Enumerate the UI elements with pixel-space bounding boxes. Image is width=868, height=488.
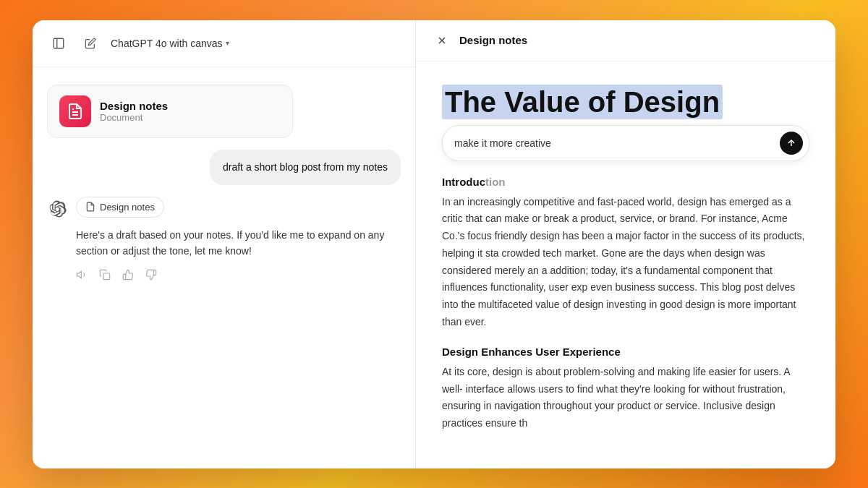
- intro-label: Introduction: [442, 176, 809, 188]
- body-paragraph-2: At its core, design is about problem-sol…: [442, 364, 809, 432]
- inline-send-button[interactable]: [780, 132, 803, 155]
- doc-info: Design notes Document: [100, 100, 168, 123]
- doc-subtitle: Document: [100, 112, 168, 123]
- copy-icon[interactable]: [99, 269, 111, 283]
- canvas-title: Design notes: [459, 34, 527, 46]
- inline-edit-input[interactable]: [454, 137, 773, 149]
- left-header: ChatGPT 4o with canvas ▾: [33, 20, 415, 67]
- inline-input-bar: [442, 125, 809, 161]
- design-notes-card[interactable]: Design notes Document: [47, 85, 293, 138]
- document-icon: [67, 103, 84, 120]
- volume-icon[interactable]: [76, 269, 88, 283]
- assistant-response: Design notes Here's a draft based on you…: [47, 197, 401, 284]
- body-paragraph-1: In an increasingly competitive and fast-…: [442, 194, 809, 331]
- right-header: Design notes: [416, 20, 835, 61]
- chevron-down-icon: ▾: [226, 39, 229, 47]
- svg-marker-4: [77, 272, 81, 278]
- left-panel: ChatGPT 4o with canvas ▾ Design note: [33, 20, 416, 468]
- chat-content: Design notes Document draft a short blog…: [33, 67, 415, 468]
- user-message: draft a short blog post from my notes: [210, 150, 401, 185]
- thumbs-up-icon[interactable]: [122, 269, 134, 283]
- svg-rect-5: [103, 273, 110, 280]
- doc-icon-wrapper: [59, 95, 91, 127]
- action-icons: [47, 269, 401, 283]
- app-title[interactable]: ChatGPT 4o with canvas ▾: [111, 38, 229, 49]
- right-panel: Design notes The Value of Design Introdu: [416, 20, 835, 468]
- sidebar-toggle-button[interactable]: [47, 32, 70, 55]
- gpt-icon: [47, 198, 69, 220]
- canvas-content: The Value of Design Introduction In an i…: [416, 61, 835, 468]
- openai-icon: [49, 200, 67, 218]
- app-window: ChatGPT 4o with canvas ▾ Design note: [33, 20, 835, 468]
- doc-ref-pill[interactable]: Design notes: [76, 197, 164, 218]
- section-heading: Design Enhances User Experience: [442, 346, 809, 358]
- doc-title: Design notes: [100, 100, 168, 112]
- doc-ref-icon: [85, 202, 95, 212]
- assistant-row: Design notes: [47, 197, 401, 220]
- close-button[interactable]: [433, 32, 451, 49]
- edit-button[interactable]: [79, 32, 102, 55]
- svg-rect-0: [54, 38, 64, 48]
- assistant-text: Here's a draft based on your notes. If y…: [47, 227, 401, 260]
- thumbs-down-icon[interactable]: [145, 269, 157, 283]
- heading-row: The Value of Design: [442, 85, 809, 119]
- main-heading: The Value of Design: [442, 85, 723, 119]
